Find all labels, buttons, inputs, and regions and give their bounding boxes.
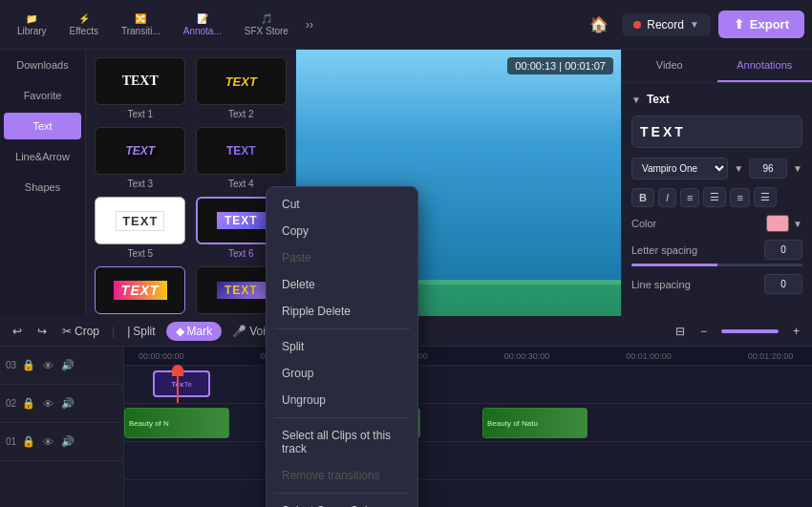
track-number-01: 01 — [6, 436, 16, 447]
track-audio-01[interactable]: 🔊 — [59, 433, 76, 450]
track-audio-02[interactable]: 🔊 — [59, 395, 76, 412]
sidebar-item-linearrow[interactable]: Line&Arrow — [4, 143, 81, 170]
toolbar-transitions[interactable]: 🔀 Transiti... — [112, 10, 170, 40]
annotation-thumb-3[interactable]: TEXT — [95, 127, 185, 175]
list-item: TEXT Text 1 — [94, 57, 187, 119]
align-left-button[interactable]: ≡ — [680, 188, 699, 207]
ctx-ungroup[interactable]: Ungroup — [267, 387, 417, 413]
color-row: Color ▼ — [631, 215, 802, 232]
track-lock-02[interactable]: 🔒 — [20, 395, 37, 412]
toolbar-library[interactable]: 📁 Library — [8, 10, 56, 40]
ctx-cut[interactable]: Cut — [267, 191, 417, 218]
divider: | — [110, 325, 117, 338]
track-visible-01[interactable]: 👁 — [41, 434, 55, 450]
track-header-02: 02 🔒 👁 🔊 — [0, 385, 123, 423]
line-spacing-input[interactable] — [764, 274, 802, 294]
record-dot-icon — [633, 21, 641, 29]
ctx-group[interactable]: Group — [267, 360, 417, 387]
tab-annotations[interactable]: Annotations — [717, 50, 813, 82]
zoom-slider[interactable] — [721, 329, 779, 333]
color-swatch[interactable] — [766, 215, 789, 232]
timeline-left-gutter: 03 🔒 👁 🔊 02 🔒 👁 🔊 01 🔒 👁 🔊 — [0, 347, 124, 507]
track-number-03: 03 — [6, 360, 16, 370]
ctx-remove-transitions: Remove transitions — [267, 462, 417, 489]
track-visible-03[interactable]: 👁 — [41, 358, 55, 373]
letter-spacing-input[interactable] — [764, 240, 802, 260]
export-button[interactable]: ⬆ Export — [718, 11, 804, 38]
annotation-thumb-1[interactable]: TEXT — [95, 57, 185, 105]
redo-button[interactable]: ↪ — [32, 322, 52, 341]
track-02: Beauty of N Beauty of Nature HD.mp4 00:0… — [124, 404, 812, 442]
track-lock-01[interactable]: 🔒 — [20, 433, 37, 450]
ctx-select-color[interactable]: Select Same Color Group — [267, 497, 417, 507]
ctx-split[interactable]: Split — [267, 333, 417, 360]
track-lock-03[interactable]: 🔒 — [20, 357, 37, 373]
mark-button[interactable]: ◆ Mark — [166, 322, 223, 341]
top-toolbar: 📁 Library ⚡ Effects 🔀 Transiti... 📝 Anno… — [0, 0, 812, 50]
letter-spacing-slider[interactable] — [631, 264, 802, 266]
text-preview-box[interactable]: TEXT — [631, 116, 802, 148]
toolbar-sfx[interactable]: 🎵 SFX Store — [235, 10, 298, 40]
timeline-ruler: 00:00:00:00 00:00:10:00 00:00:20:00 00:0… — [124, 347, 812, 366]
ctx-paste: Paste — [267, 244, 417, 271]
ctx-ripple-delete[interactable]: Ripple Delete — [267, 298, 417, 325]
toolbar-annotations[interactable]: 📝 Annota... — [174, 10, 231, 40]
ctx-delete[interactable]: Delete — [267, 271, 417, 298]
video-clip-3[interactable]: Beauty of Natu — [482, 408, 588, 438]
voice-icon: 🎤 — [232, 325, 246, 338]
transitions-icon: 🔀 — [135, 13, 146, 24]
sidebar-item-favorite[interactable]: Favorite — [4, 82, 81, 109]
italic-button[interactable]: I — [658, 188, 676, 207]
record-button[interactable]: Record ▼ — [622, 13, 711, 36]
toolbar-effects[interactable]: ⚡ Effects — [60, 10, 108, 40]
playhead-marker — [172, 365, 183, 376]
sidebar-item-downloads[interactable]: Downloads — [4, 52, 81, 78]
annotation-thumb-7[interactable]: TEXT — [95, 266, 185, 314]
record-arrow-icon: ▼ — [690, 19, 699, 30]
align-right-button[interactable]: ≡ — [730, 188, 749, 207]
export-icon: ⬆ — [734, 17, 744, 32]
text-section-header: ▼ Text — [631, 93, 802, 106]
annotation-thumb-2[interactable]: TEXT — [196, 57, 287, 105]
sidebar-item-shapes[interactable]: Shapes — [4, 174, 81, 201]
track-header-01: 01 🔒 👁 🔊 — [0, 423, 123, 461]
video-clip-1[interactable]: Beauty of N — [124, 408, 229, 438]
list-item: TEXT Text 5 — [94, 197, 187, 259]
home-button[interactable]: 🏠 — [584, 10, 614, 39]
font-size-input[interactable] — [749, 158, 787, 179]
timeline-zoom-plus[interactable]: + — [788, 322, 804, 341]
bold-button[interactable]: B — [631, 188, 654, 207]
crop-button[interactable]: ✂ Crop — [57, 322, 104, 341]
ctx-copy[interactable]: Copy — [267, 218, 417, 244]
annotation-thumb-5[interactable]: TEXT — [95, 197, 185, 244]
sidebar-item-text[interactable]: Text — [4, 113, 81, 139]
font-select[interactable]: Vampiro One — [631, 158, 728, 180]
list-item: TEXT Text 4 — [195, 127, 288, 189]
split-icon: | — [127, 325, 130, 338]
track-audio-03[interactable]: 🔊 — [59, 357, 76, 373]
annotation-thumb-4[interactable]: TEXT — [196, 127, 287, 175]
timeline-main: 00:00:00:00 00:00:10:00 00:00:20:00 00:0… — [124, 347, 812, 507]
annotations-grid: TEXT Text 1 TEXT Text 2 TEXT Text 3 — [86, 50, 295, 336]
mark-icon: ◆ — [176, 325, 184, 338]
toolbar-more-icon[interactable]: ›› — [302, 14, 317, 35]
library-icon: 📁 — [26, 13, 37, 24]
undo-button[interactable]: ↩ — [8, 322, 27, 341]
ctx-select-all[interactable]: Select all Clips ot this track — [267, 422, 417, 462]
timeline-zoom-minus[interactable]: − — [695, 322, 712, 341]
align-center-button[interactable]: ☰ — [703, 187, 726, 207]
align-justify-button[interactable]: ☰ — [754, 187, 777, 207]
playhead — [177, 366, 179, 403]
timeline-zoom-out[interactable]: ⊟ — [671, 322, 690, 341]
split-button[interactable]: | Split — [122, 322, 160, 341]
context-menu: Cut Copy Paste Delete Ripple Delete Spli… — [266, 186, 418, 507]
text-style-row: B I ≡ ☰ ≡ ☰ — [631, 187, 802, 207]
toolbar-right: 🏠 Record ▼ ⬆ Export — [584, 10, 804, 39]
ruler-marks: 00:00:00:00 00:00:10:00 00:00:20:00 00:0… — [129, 351, 812, 361]
track-visible-02[interactable]: 👁 — [41, 396, 55, 412]
timeline-tracks: Tex Te Beauty of N Beauty — [124, 366, 812, 480]
tab-video[interactable]: Video — [622, 50, 717, 82]
crop-icon: ✂ — [62, 325, 72, 338]
video-timestamp: 00:00:13 | 00:01:07 — [507, 57, 613, 74]
track-header-03: 03 🔒 👁 🔊 — [0, 347, 123, 385]
